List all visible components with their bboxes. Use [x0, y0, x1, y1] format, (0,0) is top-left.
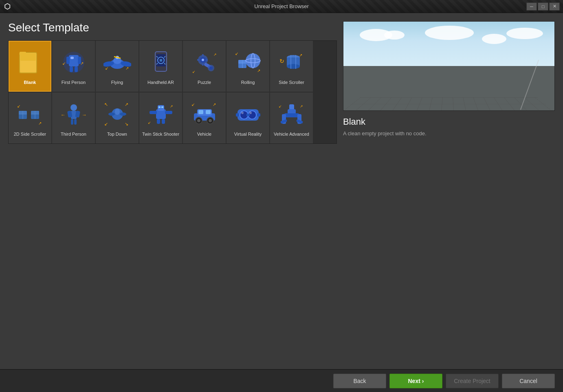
vehicle-icon: ↙ ↗ — [190, 99, 219, 129]
svg-rect-87 — [165, 111, 172, 114]
2d-side-scroller-icon: ↙ ↗ — [15, 99, 45, 129]
template-item-rolling[interactable]: ↙ ↗ Rolling — [227, 41, 269, 92]
puzzle-label: Puzzle — [198, 79, 211, 85]
svg-text:↙: ↙ — [279, 104, 282, 108]
close-button[interactable]: ✕ — [549, 2, 560, 11]
next-button[interactable]: Next › — [389, 374, 442, 388]
svg-text:↗: ↗ — [125, 102, 128, 107]
svg-text:↗: ↗ — [80, 61, 84, 66]
template-item-flying[interactable]: ↙ ↗ Flying — [96, 41, 139, 92]
svg-text:↙: ↙ — [104, 121, 108, 126]
svg-text:↙: ↙ — [235, 51, 238, 56]
svg-rect-2 — [20, 52, 26, 55]
maximize-button[interactable]: □ — [538, 2, 548, 11]
flying-label: Flying — [111, 79, 123, 85]
next-label: Next — [408, 378, 420, 384]
svg-text:↘: ↘ — [125, 121, 128, 126]
template-item-puzzle[interactable]: ↙ ↗ Puzzle — [183, 41, 226, 92]
twin-stick-shooter-label: Twin Stick Shooter — [142, 131, 179, 137]
svg-text:↗: ↗ — [38, 121, 42, 126]
twin-stick-shooter-icon: ↙ ↗ — [146, 99, 176, 129]
svg-text:↖: ↖ — [104, 102, 108, 107]
left-panel: Select Template Blank — [8, 21, 343, 365]
svg-point-30 — [202, 59, 204, 61]
top-down-label: Top Down — [107, 131, 127, 137]
svg-text:↗: ↗ — [170, 104, 173, 108]
svg-text:↗: ↗ — [125, 66, 129, 70]
svg-rect-94 — [198, 110, 203, 114]
vehicle-label: Vehicle — [197, 131, 211, 137]
svg-rect-85 — [161, 106, 163, 108]
side-scroller-icon: ↻ ↗ — [277, 48, 306, 77]
svg-point-37 — [209, 66, 213, 70]
back-button[interactable]: Back — [333, 374, 386, 388]
svg-text:↙: ↙ — [17, 104, 20, 108]
side-scroller-label: Side Scroller — [279, 79, 304, 85]
template-item-vehicle-advanced[interactable]: ↙ ↗ Vehicle Advanced — [270, 92, 313, 143]
template-item-first-person[interactable]: ↙ ↗ First Person — [52, 41, 95, 92]
page-title: Select Template — [8, 21, 337, 34]
next-arrow: › — [422, 378, 424, 384]
svg-point-77 — [120, 112, 126, 116]
svg-rect-83 — [158, 105, 164, 111]
svg-text:↗: ↗ — [257, 68, 260, 73]
svg-text:↗: ↗ — [213, 102, 216, 107]
virtual-reality-icon — [233, 99, 263, 129]
template-item-blank[interactable]: Blank — [9, 41, 51, 92]
top-down-icon: ↖ ↗ ↙ ↘ — [103, 99, 132, 129]
minimize-button[interactable]: ─ — [526, 2, 537, 11]
svg-point-99 — [209, 119, 212, 122]
svg-rect-70 — [71, 119, 73, 125]
rolling-label: Rolling — [241, 79, 255, 85]
svg-rect-107 — [257, 113, 260, 117]
third-person-icon: ← → — [59, 99, 88, 129]
svg-point-44 — [246, 53, 260, 68]
cancel-button[interactable]: Cancel — [502, 374, 555, 388]
third-person-label: Third Person — [61, 131, 86, 137]
svg-point-108 — [241, 112, 244, 114]
template-item-side-scroller[interactable]: ↻ ↗ Side Scroller — [270, 41, 313, 92]
template-item-twin-stick-shooter[interactable]: ↙ ↗ Twin Stick Shooter — [139, 92, 182, 143]
template-item-top-down[interactable]: ↖ ↗ ↙ ↘ Top Down — [96, 92, 139, 143]
first-person-label: First Person — [62, 79, 86, 85]
svg-point-76 — [108, 112, 115, 116]
title-bar: ⬡ Unreal Project Browser ─ □ ✕ — [0, 0, 563, 13]
blank-label: Blank — [24, 79, 36, 85]
template-item-vehicle[interactable]: ↙ ↗ Vehicle — [183, 92, 226, 143]
svg-rect-95 — [206, 110, 211, 114]
window-controls: ─ □ ✕ — [526, 2, 560, 11]
puzzle-icon: ↙ ↗ — [190, 48, 219, 77]
selected-template-description: A clean empty project with no code. — [343, 130, 555, 138]
template-item-virtual-reality[interactable]: Virtual Reality — [227, 92, 269, 143]
svg-rect-32 — [202, 64, 204, 66]
template-item-2d-side-scroller[interactable]: ↙ ↗ 2D Side Scroller — [9, 92, 51, 143]
selected-template-name: Blank — [343, 117, 555, 127]
vehicle-advanced-icon: ↙ ↗ — [277, 99, 306, 129]
svg-text:↗: ↗ — [299, 53, 302, 57]
svg-rect-88 — [157, 119, 160, 124]
svg-rect-6 — [66, 57, 70, 64]
blank-icon — [15, 48, 45, 77]
create-project-button[interactable]: Create Project — [446, 374, 499, 388]
template-item-third-person[interactable]: ← → Third Person — [52, 92, 95, 143]
handheld-ar-label: Handheld AR — [147, 79, 174, 85]
svg-rect-34 — [206, 59, 208, 61]
handheld-ar-icon — [146, 48, 176, 77]
svg-rect-106 — [236, 113, 239, 117]
svg-text:↙: ↙ — [192, 70, 196, 74]
svg-rect-89 — [162, 119, 165, 124]
ue-logo: ⬡ — [4, 2, 11, 11]
svg-text:↙: ↙ — [191, 102, 195, 107]
virtual-reality-label: Virtual Reality — [234, 131, 262, 137]
first-person-icon: ↙ ↗ — [59, 48, 88, 77]
svg-rect-86 — [150, 111, 157, 114]
bottom-bar: Back Next › Create Project Cancel — [0, 369, 563, 392]
flying-icon: ↙ ↗ — [103, 48, 132, 77]
svg-rect-8 — [70, 66, 73, 72]
vehicle-advanced-label: Vehicle Advanced — [274, 131, 309, 137]
template-item-handheld-ar[interactable]: Handheld AR — [139, 41, 182, 92]
svg-rect-31 — [202, 54, 204, 56]
svg-point-97 — [197, 119, 200, 122]
svg-rect-5 — [70, 57, 74, 59]
svg-rect-4 — [69, 55, 79, 66]
